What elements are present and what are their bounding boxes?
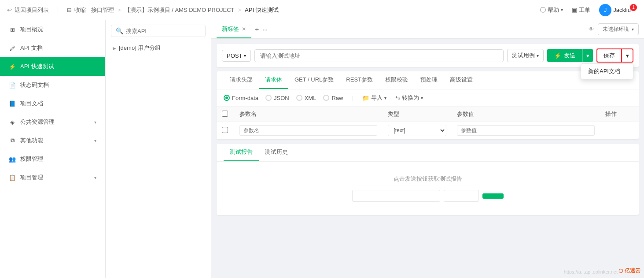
radio-form-data[interactable]: Form-data [224,95,258,101]
collapse-icon: ⊟ [67,7,72,13]
test-case-label: 测试用例 [512,52,535,59]
tree-item-label: [demo] 用户分组 [119,44,161,52]
sidebar-item-public-resources[interactable]: ◈ 公共资源管理 ▾ [0,113,105,131]
sidebar-item-status-code[interactable]: 📄 状态码文档 [0,76,105,94]
help-button[interactable]: ⓘ 帮助 ▾ [540,6,563,14]
convert-button[interactable]: ⇆ 转换为 ▾ [395,94,423,102]
nav-sep2: > [238,7,242,13]
sidebar-item-project-docs[interactable]: 📘 项目文档 [0,94,105,113]
radio-xml[interactable]: XML [296,95,316,101]
sidebar-item-project-mgmt[interactable]: 📋 项目管理 ▾ [0,168,105,187]
tab-pre-process[interactable]: 预处理 [414,71,444,89]
tab-get-url-params[interactable]: GET / URL参数 [288,71,340,89]
env-selector[interactable]: 未选择环境 ▾ [598,23,639,35]
send-button[interactable]: ⚡ 发送 [547,49,582,62]
report-body: 点击发送按钮获取测试报告 [217,162,639,215]
tab-request-header[interactable]: 请求头部 [224,71,259,89]
tab-request-body[interactable]: 请求体 [259,71,288,89]
header-right: ⓘ 帮助 ▾ ▣ 工单 J Jackliu 1 [540,4,637,16]
save-dropdown-arrow-icon: ▾ [626,52,629,59]
help-arrow-icon: ▾ [561,7,563,12]
param-name-input[interactable] [239,125,377,136]
back-button[interactable]: ↩ 返回项目列表 [7,6,49,14]
file-icon: 📄 [9,82,16,89]
table-header-action: 操作 [600,107,639,122]
search-icon: 🔍 [116,27,123,34]
select-all-checkbox[interactable] [222,111,228,117]
sidebar-item-other-functions[interactable]: ⧉ 其他功能 ▾ [0,131,105,150]
report-send-button[interactable] [482,193,504,199]
collapse-button[interactable]: ⊟ 收缩 [67,6,86,14]
save-dropdown-menu: 新的API文档 [581,63,633,79]
table-header-type: 类型 [383,107,451,122]
params-tabs: 请求头部 请求体 GET / URL参数 REST参数 权限校验 预处理 高级设… [217,71,639,89]
sidebar-item-permission-mgmt[interactable]: 👥 权限管理 [0,150,105,168]
radio-json[interactable]: JSON [265,95,289,101]
save-btn-group: 保存 ▾ [596,48,633,63]
param-type-select[interactable]: [text] [388,125,446,136]
chevron-down-icon: ▾ [94,175,96,180]
tab-more-button[interactable]: ··· [262,26,268,33]
breadcrumb: 接口管理 > 【演示】示例项目 / AMS DEMO PROJECT > API… [91,6,535,14]
table-header-param-name: 参数名 [234,107,383,122]
notification-badge: 1 [630,4,637,11]
method-select[interactable]: POST ▾ [222,50,251,62]
sidebar-item-label: 项目管理 [20,174,43,182]
method-label: POST [227,52,242,59]
test-case-button[interactable]: 测试用例 ▾ [507,49,544,62]
user-area[interactable]: J Jackliu 1 [599,4,637,16]
workorder-button[interactable]: ▣ 工单 [572,6,590,14]
url-input[interactable] [254,49,504,62]
save-menu-item-new-api-doc[interactable]: 新的API文档 [581,64,633,79]
import-button[interactable]: 📁 导入 ▾ [362,94,386,102]
content-area: 新标签 ✕ + ··· 👁 未选择环境 ▾ POST ▾ [211,20,644,278]
tab-add-button[interactable]: + [255,26,259,33]
search-box[interactable]: 🔍 [111,25,206,37]
tab-test-history[interactable]: 测试历史 [259,144,294,161]
save-dropdown-button[interactable]: ▾ [622,48,633,63]
send-btn-group: ⚡ 发送 ▾ [547,49,593,62]
tab-close-icon[interactable]: ✕ [242,26,246,32]
nav-part2: 【演示】示例项目 / AMS DEMO PROJECT [125,6,235,14]
workorder-label: 工单 [579,6,590,14]
report-input-2[interactable] [444,190,479,202]
search-input[interactable] [126,28,201,34]
left-panel: 🔍 ▶ [demo] 用户分组 [106,20,211,278]
import-arrow-icon: ▾ [384,96,386,100]
save-button[interactable]: 保存 [596,48,622,63]
tab-rest-params[interactable]: REST参数 [340,71,379,89]
layers-icon: ⧉ [9,137,16,144]
tab-right-area: 👁 未选择环境 ▾ [589,23,639,35]
report-input-1[interactable] [352,190,440,202]
tab-new[interactable]: 新标签 ✕ [217,20,251,38]
sidebar-item-project-overview[interactable]: ⊞ 项目概况 [0,20,105,39]
radio-raw[interactable]: Raw [323,95,343,101]
chevron-down-icon: ▾ [94,120,96,125]
settings-icon: 📋 [9,174,16,181]
tree-item-demo-group[interactable]: ▶ [demo] 用户分组 [106,41,211,55]
tab-auth[interactable]: 权限校验 [379,71,414,89]
save-label: 保存 [604,52,615,59]
param-value-input[interactable] [457,125,595,136]
row-checkbox[interactable] [222,127,228,133]
logo-text: 亿速云 [625,267,640,274]
radio-label-json: JSON [274,95,289,101]
sidebar-item-label: API 快速测试 [20,63,54,70]
params-section: 请求头部 请求体 GET / URL参数 REST参数 权限校验 预处理 高级设… [217,71,639,139]
send-dropdown-button[interactable]: ▾ [582,49,593,62]
sidebar-item-api-docs[interactable]: 🖉 API 文档 [0,39,105,57]
back-label: 返回项目列表 [15,6,49,14]
main-layout: ⊞ 项目概况 🖉 API 文档 ⚡ API 快速测试 📄 状态码文档 📘 项目文… [0,20,644,278]
header-divider [58,6,58,15]
zap-send-icon: ⚡ [554,52,561,59]
sidebar-item-label: 状态码文档 [20,81,49,89]
vertical-divider: | [352,95,353,101]
tab-advanced[interactable]: 高级设置 [444,71,479,89]
tab-test-report[interactable]: 测试报告 [224,144,259,161]
report-hint: 点击发送按钮获取测试报告 [224,175,632,183]
import-icon: 📁 [362,95,369,101]
report-tabs: 测试报告 测试历史 [217,144,639,162]
save-btn-wrapper: 保存 ▾ 新的API文档 [596,48,633,63]
sidebar-item-api-test[interactable]: ⚡ API 快速测试 [0,57,105,76]
top-header: ↩ 返回项目列表 ⊟ 收缩 接口管理 > 【演示】示例项目 / AMS DEMO… [0,0,644,20]
